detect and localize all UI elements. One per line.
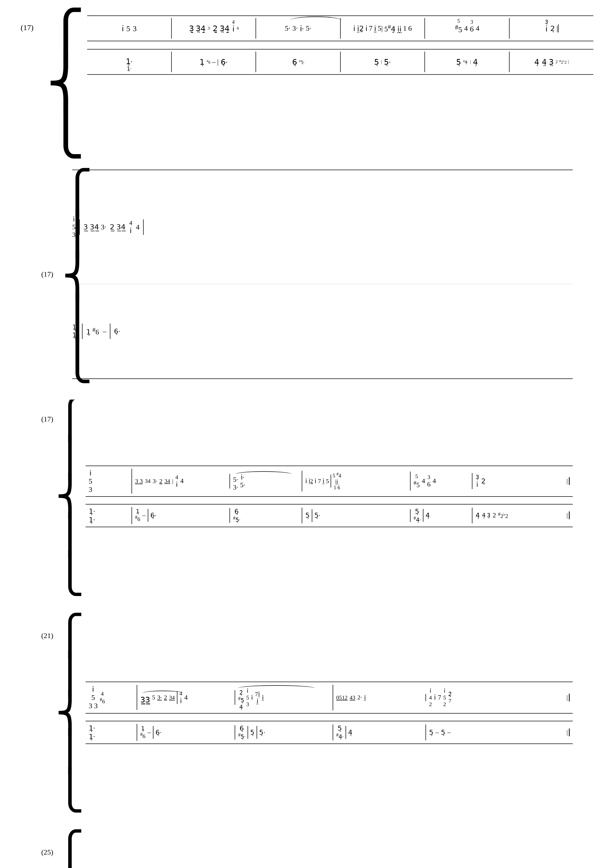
measure-17-num: (17) (41, 400, 53, 423)
note: 5#4̱ i̤i̤ (384, 23, 402, 33)
midbar-22-bass (248, 726, 248, 739)
cell-20-bass: 4̣ 4̤ 3̤ 2 #2♭2 | (510, 51, 594, 72)
note-1-sharp6: 1̣ #6 (86, 326, 99, 336)
chord-4-bass-end: 4̣ (476, 512, 480, 519)
note: 3̣ i̇ (545, 19, 548, 38)
m23-bass: 5̣ #4̣· 4̣ (333, 724, 426, 740)
brace-17: ⎧⎪⎨⎪⎩ (62, 170, 72, 379)
note: 1̣ (200, 53, 205, 71)
chord-3dot-idot: 3̣ i̇ (476, 474, 479, 488)
treble-17: i̇ 5 3 3 334 3· 2 34 | 4 (85, 466, 573, 497)
m24-bass: 5̣ – 5̣ – | (426, 728, 573, 736)
chord-i-5-3: i̇ 5 3 (246, 688, 249, 708)
system-17: (17) ⎧⎨⎩ i̇ 5 (21, 16, 593, 152)
bass-21: 1̣· 1̣· 1̣ #6 – 6̣· (85, 721, 573, 744)
note: 4̣ (473, 53, 478, 71)
note: 3 (133, 19, 136, 38)
chord-6-sharp5-22: 6̣ #5̣· (238, 724, 246, 740)
chord-5dot-bass: 5̣· (314, 512, 321, 519)
chord-4-23: 4̣ (348, 728, 352, 736)
note: 3 6 (470, 19, 474, 38)
barline (110, 324, 110, 339)
stave-treble-17: i̇ 5 3 (87, 16, 593, 41)
chord-7i-22: 7i̤ i̤ (255, 690, 260, 705)
note-334: 3̲ 3̲4̲ 3· (83, 223, 106, 231)
system-21-full: (21) ⎧⎪⎨⎪⎩ i̇ 5 3 3 4 # (41, 616, 573, 809)
m17-treble: i̇ 5 3 (85, 469, 132, 494)
m18-treble: 5· 3· i̇· 5· (230, 471, 302, 491)
note: 5· (306, 24, 311, 33)
chord-i53-21: i̇ 5 3 3 (89, 685, 98, 710)
m20-bass: 4̣ 4̤ 3̤ 2 #2♭2 | (473, 512, 573, 519)
note: 4̣ (534, 53, 539, 71)
page: (17) ⎧⎨⎩ i̇ 5 (0, 0, 614, 868)
note: i̇ (122, 19, 124, 38)
chord-i-5-2: i̇ 5 2 (443, 688, 446, 708)
note-i5-3: i̇ 5 3 (72, 215, 76, 239)
slur-arc (235, 471, 292, 475)
chord-5-sharp4-23: 5̣ #4̣· (336, 724, 344, 740)
note: 5 #5 (455, 18, 462, 39)
midbar (312, 509, 312, 522)
chord-1-sharp6-21: 1̣ #6 (140, 725, 146, 739)
note: 5̣ (374, 53, 379, 71)
midbar (423, 509, 423, 522)
chord-36: 3 6 (427, 474, 430, 488)
treble-staff-17: i̇ 5 3 3̲ 3̲4̲ 3· 2̲ 3̲4̲ 4 (72, 170, 573, 284)
m21-treble: i̇ 5 3 3 4 #6 (85, 685, 137, 710)
barline (82, 324, 82, 339)
cell-17b-bass: 1̣ #6 – | 6̣· (172, 51, 256, 72)
stack-i5: i̇· 5· (240, 473, 245, 489)
cell-17-treble: i̇ 5 3 (87, 18, 172, 39)
system-17-staves: i̇ 5 3 3 334 3· 2 34 | 4 (85, 466, 573, 527)
system-25-full: (25) ⎧⎪⎨⎪⎩ 0 0 0 0̲ i̲ (41, 833, 573, 868)
barline (79, 219, 80, 235)
m18b-bass: 5̣ 5̣· (302, 509, 411, 522)
note: 5| (378, 24, 383, 33)
cell-17-bass: 1̣· 1̣· (87, 51, 172, 72)
cell-18b-treble: i̇ i̤2̱ i̇ 7 i̤ 5| 5#4̱ i̤i̤ 1 6 (341, 18, 425, 39)
note: i̇ (365, 24, 367, 33)
note: | (381, 60, 382, 64)
note: | (217, 58, 219, 66)
note: 3· (292, 24, 298, 33)
system-table-17: (17) ⎧⎪⎨⎪⎩ i̇ 5 3 (41, 170, 573, 379)
treble-row-17: (17) ⎧⎪⎨⎪⎩ i̇ 5 3 (41, 170, 573, 284)
note: i̤ (374, 24, 376, 33)
measure-21-num: (21) (41, 616, 53, 640)
note: i̇· (300, 19, 304, 38)
note: 5̣ (456, 53, 461, 71)
m21b-bass: 1̣ #6 – 6̣· (137, 725, 235, 739)
stave-bass-17: 1̣· 1̣· 1̣ #6 – | 6̣· (87, 49, 593, 75)
note: 4 (237, 26, 239, 31)
note: 1̣· 1̣· (126, 52, 133, 72)
note: | (568, 60, 569, 64)
note: 4̤ 3̤ (542, 53, 554, 71)
chord-6-sharp5: 6̣ #5̣· (233, 508, 240, 523)
note-6dot: 6̣· (114, 327, 120, 335)
midbar (148, 509, 148, 522)
note: 2 (556, 60, 558, 64)
system-17-brace: ⎧⎪⎨⎪⎩ (56, 400, 85, 593)
note: 3̱ 3̤4̱ (189, 19, 206, 38)
bass-17: 1̣· 1̣· 1̣ #6 – 6̣· (85, 504, 573, 527)
chord-5-sharp4-bass: 5̣ #4̣· (414, 508, 421, 523)
note: 2̣ (550, 24, 555, 33)
dash: – (102, 327, 106, 335)
note: 4 (464, 24, 468, 33)
note: | (470, 60, 471, 64)
m22-treble: 2̣̇ #5̣ 4̣ i̇ 5 3 i̇ 7i̤ (235, 685, 333, 710)
note-1dot-bass: 1̣· 1̣· (72, 323, 78, 339)
system-25-brace: ⎧⎪⎨⎪⎩ (56, 833, 85, 868)
m17b-bass: 1̣ #6 – 6̣· (132, 508, 230, 522)
cell-19-treble: 5 #5 4 3 6 4 (425, 18, 510, 39)
chord-6dot: 6̣· (150, 512, 157, 519)
measure-25-num: (25) (41, 833, 53, 856)
bass-row-17: 1̣· 1̣· 1̣ #6 – 6̣· (41, 284, 573, 379)
chord-2dot-7: 2̣̇ 7 (448, 691, 452, 704)
note: 5· (285, 24, 290, 33)
chord-sharp4-ii: 5 #4 i̤i̤ 1 6 (333, 471, 341, 491)
m21-bass: 1̣· 1̣· (85, 724, 137, 741)
system-brace-17: ⎧⎨⎩ (47, 16, 87, 152)
chord-i53: i̇ 5 3 (89, 469, 92, 494)
